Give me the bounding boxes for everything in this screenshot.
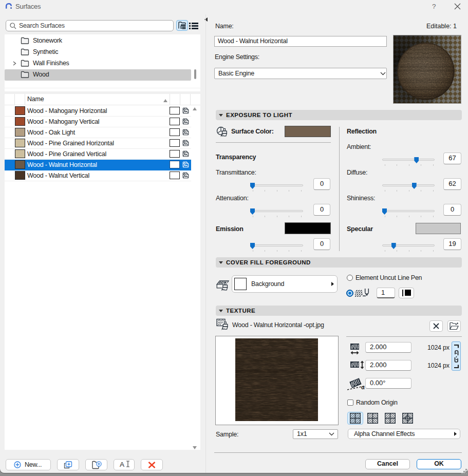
svg-text:α: α — [361, 384, 365, 390]
